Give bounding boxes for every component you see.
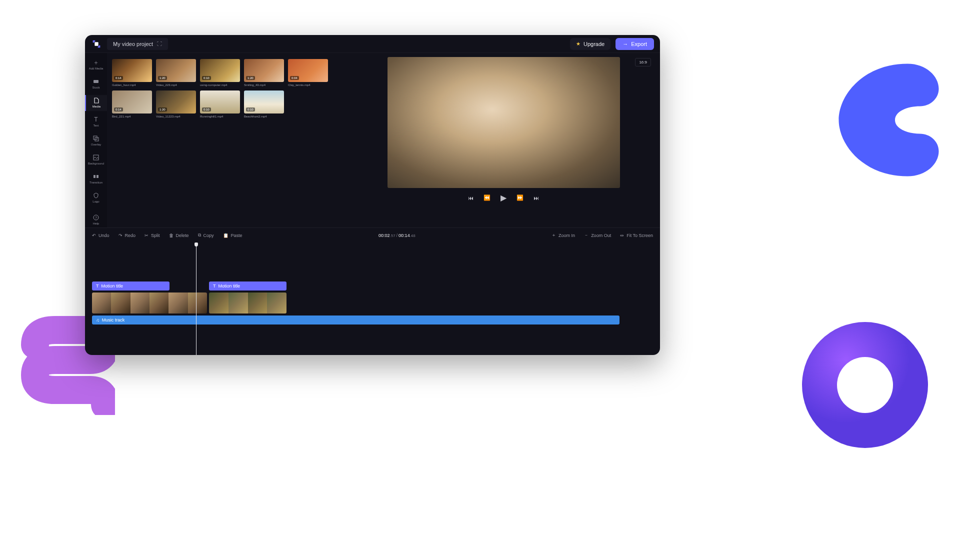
plus-icon: ＋ [92,59,100,66]
timecode-display: 00:02.57/00:14.48 [378,233,416,238]
media-filename: Clay_tennis.mp4 [288,84,328,86]
help-icon: ? [92,214,100,221]
media-thumbnail: 1:20 [156,90,196,114]
plus-icon: ＋ [552,232,556,238]
zoom-out-button[interactable]: －Zoom Out [584,232,611,238]
split-button[interactable]: ✂Split [144,233,160,238]
minus-icon: － [584,232,588,238]
media-item[interactable]: 1:20Smiling_43.mp4 [244,59,284,86]
media-duration: 0:10 [202,76,211,80]
media-thumbnail: 0:04 [288,59,328,82]
media-duration: 0:04 [290,76,299,80]
video-clip[interactable] [92,292,207,314]
media-item[interactable]: 0:10Beachfront2.mp4 [244,90,284,118]
title-clip[interactable]: T Motion title [209,282,286,290]
upgrade-button[interactable]: ★ Upgrade [570,38,610,50]
shield-icon [92,192,100,199]
media-thumbnail: 0:14 [112,90,152,114]
sidebar-item-text[interactable]: T Text [85,114,107,130]
undo-icon: ↶ [92,233,96,238]
export-button[interactable]: → Export [616,38,654,50]
fit-screen-button[interactable]: ⇔Fit To Screen [620,233,653,238]
media-panel: 0:14Golden_hour.mp41:20Video_223.mp40:10… [107,53,347,228]
text-icon: T [213,284,216,288]
file-icon [93,97,100,104]
redo-icon: ↷ [118,233,122,238]
sidebar-item-logo[interactable]: Logo [85,190,107,206]
audio-clip[interactable]: ♫ Music track [92,316,620,324]
transition-icon [92,173,100,180]
media-thumbnail: 0:10 [200,90,240,114]
svg-rect-3 [94,80,98,83]
music-icon: ♫ [96,318,100,322]
forward-button[interactable]: ⏩ [516,193,524,202]
svg-rect-8 [96,175,98,178]
sidebar-item-help[interactable]: ? Help [85,212,107,228]
paste-icon: 📋 [223,233,228,238]
media-thumbnail: 1:20 [244,59,284,82]
sidebar-item-label: Background [88,162,104,165]
timeline-toolbar: ↶Undo ↷Redo ✂Split 🗑Delete ⧉Copy 📋Paste … [85,228,660,242]
timeline[interactable]: T Motion title T Motion title ♫ [85,242,660,355]
media-item[interactable]: 1:20Video_223.mp4 [156,59,196,86]
media-duration: 0:14 [114,108,123,112]
background-icon [92,154,100,161]
media-duration: 1:20 [158,108,167,112]
media-duration: 0:10 [246,108,255,112]
undo-button[interactable]: ↶Undo [92,233,110,238]
media-item[interactable]: 0:14Golden_hour.mp4 [112,59,152,86]
sidebar-item-label: Add Media [89,67,104,70]
app-window: My video project ⛶ ★ Upgrade → Export ＋ … [85,35,660,355]
media-filename: using-computer.mp4 [200,84,240,86]
media-thumbnail: 0:10 [200,59,240,82]
decor-c-shape [820,50,945,190]
sidebar-item-background[interactable]: Background [85,152,107,168]
playhead[interactable] [196,242,196,355]
aspect-ratio-button[interactable]: 16:9 [635,58,651,66]
video-preview[interactable] [388,57,620,188]
media-filename: Beachfront2.mp4 [244,115,284,118]
paste-button[interactable]: 📋Paste [223,233,242,238]
scissors-icon: ✂ [144,233,148,238]
media-item[interactable]: 0:10using-computer.mp4 [200,59,240,86]
app-logo[interactable] [91,38,102,50]
sidebar-item-stock[interactable]: Stock [85,76,107,92]
sidebar-item-transition[interactable]: Transition [85,171,107,187]
sidebar-item-add-media[interactable]: ＋ Add Media [85,57,107,73]
media-thumbnail: 0:10 [244,90,284,114]
svg-rect-7 [94,175,96,178]
play-button[interactable]: ▶ [500,193,506,202]
upgrade-label: Upgrade [584,41,604,47]
svg-text:?: ? [95,216,97,220]
media-item[interactable]: 0:10Runninghill1.mp4 [200,90,240,118]
project-name[interactable]: My video project ⛶ [107,38,168,50]
delete-button[interactable]: 🗑Delete [169,233,189,238]
redo-button[interactable]: ↷Redo [118,233,136,238]
media-item[interactable]: 0:04Clay_tennis.mp4 [288,59,328,86]
copy-button[interactable]: ⧉Copy [198,232,214,238]
skip-start-button[interactable]: ⏮ [468,193,474,202]
sidebar-item-label: Logo [92,200,99,203]
rewind-button[interactable]: ⏪ [484,193,490,202]
sidebar-item-media[interactable]: Media [85,95,107,111]
media-item[interactable]: 1:20Video_11223.mp4 [156,90,196,118]
svg-point-1 [837,357,893,413]
media-filename: Runninghill1.mp4 [200,115,240,118]
zoom-in-button[interactable]: ＋Zoom In [552,232,575,238]
expand-icon: ⛶ [157,41,162,46]
project-name-text: My video project [113,41,153,47]
video-clip[interactable] [209,292,286,314]
media-item[interactable]: 0:14Bird_221.mp4 [112,90,152,118]
media-filename: Bird_221.mp4 [112,115,152,118]
title-clip[interactable]: T Motion title [92,282,170,290]
skip-end-button[interactable]: ⏭ [534,193,539,202]
sidebar-item-label: Media [92,105,100,108]
sidebar-item-overlay[interactable]: Overlay [85,133,107,149]
export-label: Export [631,41,647,47]
fit-icon: ⇔ [620,233,624,238]
media-filename: Video_223.mp4 [156,84,196,86]
sidebar-item-label: Text [93,124,98,127]
star-icon: ★ [576,41,580,46]
sidebar-item-label: Stock [92,86,100,89]
media-thumbnail: 1:20 [156,59,196,82]
